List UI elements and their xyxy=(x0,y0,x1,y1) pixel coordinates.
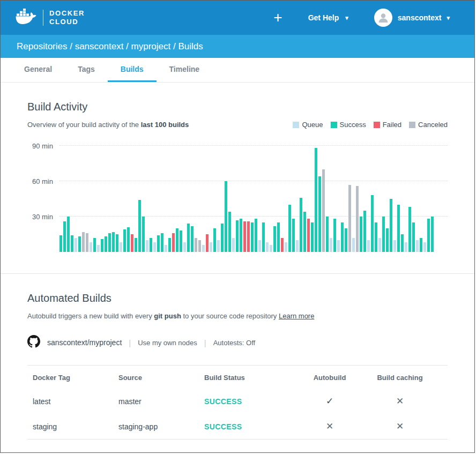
build-bar xyxy=(82,232,85,252)
user-menu[interactable]: sanscontext ▾ xyxy=(374,9,450,27)
build-bar xyxy=(180,230,182,252)
autobuild-toggle[interactable]: ✕ xyxy=(300,421,360,432)
desc-text: to your source code repository xyxy=(181,312,279,320)
legend-label: Queue xyxy=(302,121,323,129)
build-bar xyxy=(311,222,314,252)
use-own-nodes-link[interactable]: Use my own nodes xyxy=(138,339,197,347)
docker-tag-cell: latest xyxy=(33,397,118,406)
tab-tags[interactable]: Tags xyxy=(65,58,108,82)
build-bar xyxy=(187,224,190,252)
build-bar xyxy=(221,224,224,252)
build-bar xyxy=(240,219,242,252)
source-repo-row: sanscontext/myproject | Use my own nodes… xyxy=(27,335,448,350)
build-bar xyxy=(360,217,362,252)
tab-builds[interactable]: Builds xyxy=(108,58,157,82)
build-bar xyxy=(198,240,201,252)
y-axis-tick-label: 30 min xyxy=(32,213,53,221)
build-bar xyxy=(266,242,269,252)
build-bar xyxy=(322,169,325,252)
build-status-badge[interactable]: SUCCESS xyxy=(204,397,300,406)
build-bar xyxy=(427,219,430,252)
build-bar xyxy=(431,217,434,252)
success-swatch-icon xyxy=(331,122,337,128)
build-bar xyxy=(195,238,197,252)
subtitle-bold: last 100 builds xyxy=(141,121,189,129)
table-header-row: Docker Tag Source Build Status Autobuild… xyxy=(27,366,448,389)
build-bar xyxy=(236,220,239,252)
build-bar xyxy=(262,222,265,252)
build-bar xyxy=(318,176,321,252)
get-help-menu[interactable]: Get Help ▾ xyxy=(308,13,348,22)
build-bar xyxy=(285,242,287,252)
source-repo-name[interactable]: sanscontext/myproject xyxy=(47,338,122,347)
legend-label: Success xyxy=(340,121,366,129)
build-bar xyxy=(217,240,220,252)
build-bar xyxy=(157,235,160,252)
build-bar xyxy=(131,234,133,252)
create-new-button[interactable]: + xyxy=(273,10,282,25)
separator: | xyxy=(129,338,131,347)
build-bar xyxy=(330,238,332,252)
tab-general[interactable]: General xyxy=(11,58,65,82)
build-bar xyxy=(251,222,254,252)
build-bar xyxy=(281,238,284,252)
build-bar xyxy=(270,245,272,252)
build-bar xyxy=(273,226,276,252)
chevron-down-icon: ▾ xyxy=(345,14,348,21)
col-docker-tag: Docker Tag xyxy=(33,374,118,382)
build-caching-toggle[interactable]: ✕ xyxy=(360,421,440,432)
build-bar xyxy=(243,221,246,252)
canceled-swatch-icon xyxy=(409,122,415,128)
learn-more-link[interactable]: Learn more xyxy=(279,312,314,320)
build-bar xyxy=(123,229,126,252)
build-bar xyxy=(150,238,152,252)
build-bar xyxy=(292,219,295,252)
build-bar xyxy=(303,212,306,252)
build-bar xyxy=(277,222,280,252)
legend-item-success: Success xyxy=(331,121,366,129)
build-activity-title: Build Activity xyxy=(27,101,448,113)
build-activity-subtitle: Overview of your build activity of the l… xyxy=(27,121,189,129)
build-bar xyxy=(97,245,100,252)
tab-timeline[interactable]: Timeline xyxy=(157,58,213,82)
top-header: DOCKER CLOUD + Get Help ▾ sanscontext ▾ xyxy=(1,1,474,35)
breadcrumb[interactable]: Repositories / sanscontext / myproject /… xyxy=(1,35,474,58)
build-bar xyxy=(183,242,186,252)
username-label: sanscontext xyxy=(398,13,442,22)
docker-cloud-logo[interactable]: DOCKER CLOUD xyxy=(16,9,85,27)
col-build-caching: Build caching xyxy=(360,374,440,382)
build-bar xyxy=(341,222,344,252)
docker-whale-icon xyxy=(16,9,37,27)
build-bar xyxy=(90,242,92,252)
build-bar xyxy=(258,240,261,252)
autotests-status[interactable]: Autotests: Off xyxy=(213,339,256,347)
build-bar xyxy=(397,205,400,252)
build-bar xyxy=(120,242,122,252)
build-status-badge[interactable]: SUCCESS xyxy=(204,422,300,431)
build-bar xyxy=(138,200,141,252)
build-bar xyxy=(326,217,329,252)
build-bar xyxy=(191,226,194,252)
col-build-status: Build Status xyxy=(204,374,300,382)
build-bar xyxy=(363,211,366,252)
build-bar xyxy=(225,181,227,252)
build-bar xyxy=(382,217,385,252)
build-caching-toggle[interactable]: ✕ xyxy=(360,396,440,407)
build-bar xyxy=(412,222,415,252)
repo-tabs: General Tags Builds Timeline xyxy=(1,58,474,83)
build-bar xyxy=(405,242,407,252)
y-axis-tick-label: 90 min xyxy=(32,142,53,150)
build-bar xyxy=(371,195,374,252)
legend-label: Failed xyxy=(383,121,401,129)
build-bar xyxy=(108,233,111,252)
y-axis-tick-label: 60 min xyxy=(32,177,53,185)
table-row: staging staging-app SUCCESS ✕ ✕ xyxy=(27,414,448,439)
build-bar xyxy=(176,228,178,252)
build-bar xyxy=(307,219,310,252)
legend-item-failed: Failed xyxy=(374,121,401,129)
col-source: Source xyxy=(118,374,204,382)
autobuild-toggle[interactable]: ✓ xyxy=(300,396,360,407)
desc-bold: git push xyxy=(154,312,181,320)
build-activity-bars xyxy=(59,137,448,252)
legend-label: Canceled xyxy=(418,121,448,129)
